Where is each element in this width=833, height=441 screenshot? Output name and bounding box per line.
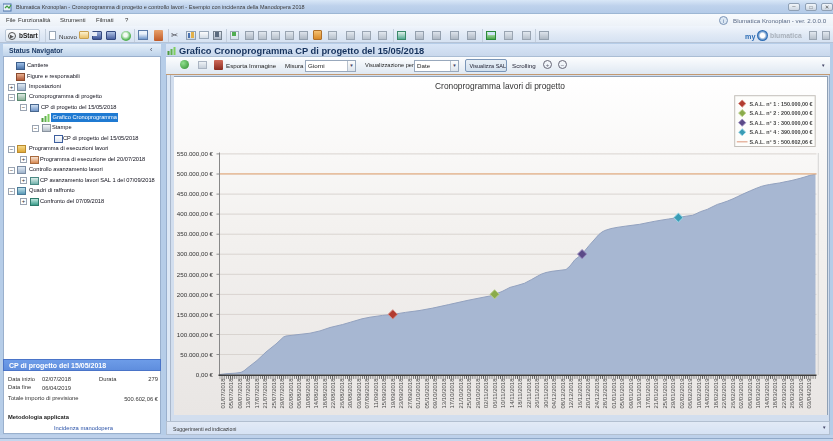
- svg-text:05/01/2019: 05/01/2019: [619, 378, 625, 409]
- svg-text:22/11/2018: 22/11/2018: [526, 378, 532, 408]
- svg-text:30/03/2019: 30/03/2019: [798, 378, 804, 409]
- svg-text:21/07/2018: 21/07/2018: [262, 378, 268, 409]
- svg-text:29/07/2018: 29/07/2018: [279, 378, 285, 409]
- svg-text:23/09/2018: 23/09/2018: [398, 378, 404, 409]
- svg-text:25/07/2018: 25/07/2018: [271, 378, 277, 409]
- svg-text:17/10/2018: 17/10/2018: [449, 378, 455, 409]
- svg-text:18/08/2018: 18/08/2018: [322, 378, 328, 409]
- svg-text:06/11/2018: 06/11/2018: [492, 378, 498, 408]
- svg-text:10/02/2019: 10/02/2019: [696, 378, 702, 409]
- svg-text:S.A.L. n° 3 : 300.000,00 €: S.A.L. n° 3 : 300.000,00 €: [750, 120, 813, 126]
- svg-text:02/08/2018: 02/08/2018: [288, 378, 294, 409]
- svg-text:11/09/2018: 11/09/2018: [373, 378, 379, 408]
- svg-text:02/03/2019: 02/03/2019: [738, 378, 744, 409]
- svg-text:25/10/2018: 25/10/2018: [466, 378, 472, 409]
- svg-text:20/12/2018: 20/12/2018: [585, 378, 591, 409]
- svg-text:29/01/2019: 29/01/2019: [670, 378, 676, 409]
- svg-text:06/02/2019: 06/02/2019: [687, 378, 693, 409]
- svg-text:26/02/2019: 26/02/2019: [730, 378, 736, 409]
- svg-text:50.000,00 €: 50.000,00 €: [180, 351, 213, 358]
- svg-text:S.A.L. n° 4 : 390.000,00 €: S.A.L. n° 4 : 390.000,00 €: [750, 129, 813, 135]
- svg-text:22/02/2019: 22/02/2019: [721, 378, 727, 409]
- svg-text:S.A.L. n° 5 : 500.602,06 €: S.A.L. n° 5 : 500.602,06 €: [750, 139, 813, 145]
- svg-text:25/01/2019: 25/01/2019: [662, 378, 668, 409]
- svg-text:18/03/2019: 18/03/2019: [772, 378, 778, 409]
- svg-text:29/10/2018: 29/10/2018: [475, 378, 481, 409]
- svg-text:05/07/2018: 05/07/2018: [228, 378, 234, 409]
- svg-text:03/09/2018: 03/09/2018: [356, 378, 362, 409]
- svg-text:06/03/2019: 06/03/2019: [747, 378, 753, 409]
- svg-text:18/11/2018: 18/11/2018: [517, 378, 523, 408]
- svg-text:16/12/2018: 16/12/2018: [577, 378, 583, 409]
- svg-text:04/12/2018: 04/12/2018: [551, 378, 557, 409]
- svg-text:24/12/2018: 24/12/2018: [594, 378, 600, 409]
- svg-text:26/08/2018: 26/08/2018: [339, 378, 345, 409]
- svg-text:15/09/2018: 15/09/2018: [381, 378, 387, 409]
- svg-text:400.000,00 €: 400.000,00 €: [177, 210, 214, 217]
- svg-text:30/11/2018: 30/11/2018: [543, 378, 549, 408]
- svg-text:200.000,00 €: 200.000,00 €: [177, 291, 214, 298]
- svg-text:30/08/2018: 30/08/2018: [347, 378, 353, 409]
- svg-text:17/07/2018: 17/07/2018: [254, 378, 260, 409]
- svg-text:450.000,00 €: 450.000,00 €: [177, 190, 214, 197]
- svg-text:Cronoprogramma lavori di proge: Cronoprogramma lavori di progetto: [435, 81, 565, 91]
- svg-text:150.000,00 €: 150.000,00 €: [177, 311, 214, 318]
- svg-text:28/12/2018: 28/12/2018: [602, 378, 608, 409]
- svg-text:13/07/2018: 13/07/2018: [245, 378, 251, 409]
- svg-text:550.000,00 €: 550.000,00 €: [177, 150, 214, 157]
- svg-text:03/04/2019: 03/04/2019: [806, 378, 812, 409]
- svg-text:26/03/2019: 26/03/2019: [789, 378, 795, 409]
- svg-text:09/10/2018: 09/10/2018: [432, 378, 438, 409]
- svg-text:0,00 €: 0,00 €: [196, 371, 214, 378]
- svg-text:21/01/2019: 21/01/2019: [653, 378, 659, 409]
- svg-text:12/12/2018: 12/12/2018: [568, 378, 574, 409]
- svg-text:10/11/2018: 10/11/2018: [500, 378, 506, 408]
- svg-text:100.000,00 €: 100.000,00 €: [177, 331, 214, 338]
- svg-text:26/11/2018: 26/11/2018: [534, 378, 540, 408]
- svg-text:05/10/2018: 05/10/2018: [424, 378, 430, 409]
- svg-text:10/08/2018: 10/08/2018: [305, 378, 311, 409]
- svg-text:S.A.L. n° 1 : 150.000,00 €: S.A.L. n° 1 : 150.000,00 €: [750, 101, 813, 107]
- svg-text:22/03/2019: 22/03/2019: [781, 378, 787, 409]
- svg-text:14/08/2018: 14/08/2018: [313, 378, 319, 409]
- svg-text:18/02/2019: 18/02/2019: [713, 378, 719, 409]
- svg-text:13/10/2018: 13/10/2018: [441, 378, 447, 409]
- svg-text:01/10/2018: 01/10/2018: [415, 378, 421, 409]
- svg-text:17/01/2019: 17/01/2019: [645, 378, 651, 409]
- svg-text:09/01/2019: 09/01/2019: [628, 378, 634, 409]
- svg-text:19/09/2018: 19/09/2018: [390, 378, 396, 409]
- svg-text:350.000,00 €: 350.000,00 €: [177, 230, 214, 237]
- svg-text:14/02/2019: 14/02/2019: [704, 378, 710, 409]
- svg-text:250.000,00 €: 250.000,00 €: [177, 271, 214, 278]
- svg-text:01/07/2018: 01/07/2018: [220, 378, 226, 409]
- svg-text:13/01/2019: 13/01/2019: [636, 378, 642, 409]
- svg-text:02/02/2019: 02/02/2019: [679, 378, 685, 409]
- svg-text:07/09/2018: 07/09/2018: [364, 378, 370, 409]
- svg-text:21/10/2018: 21/10/2018: [458, 378, 464, 409]
- svg-text:S.A.L. n° 2 : 200.000,00 €: S.A.L. n° 2 : 200.000,00 €: [750, 110, 813, 116]
- svg-text:09/07/2018: 09/07/2018: [237, 378, 243, 409]
- svg-text:01/01/2019: 01/01/2019: [611, 378, 617, 409]
- svg-text:300.000,00 €: 300.000,00 €: [177, 250, 214, 257]
- svg-text:06/08/2018: 06/08/2018: [296, 378, 302, 409]
- svg-text:14/11/2018: 14/11/2018: [509, 378, 515, 408]
- svg-text:27/09/2018: 27/09/2018: [407, 378, 413, 409]
- svg-text:22/08/2018: 22/08/2018: [330, 378, 336, 409]
- svg-text:02/11/2018: 02/11/2018: [483, 378, 489, 408]
- svg-text:10/03/2019: 10/03/2019: [755, 378, 761, 409]
- svg-text:14/03/2019: 14/03/2019: [764, 378, 770, 409]
- svg-text:500.000,00 €: 500.000,00 €: [177, 170, 214, 177]
- svg-text:08/12/2018: 08/12/2018: [560, 378, 566, 409]
